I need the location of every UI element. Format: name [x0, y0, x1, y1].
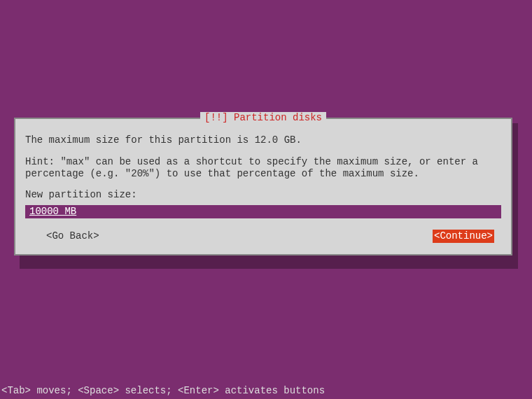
- dialog-title: [!!] Partition disks: [200, 112, 326, 123]
- partition-size-label: New partition size:: [25, 189, 501, 201]
- dialog-body: The maximum size for this partition is 1…: [25, 134, 501, 243]
- partition-dialog: [!!] Partition disks The maximum size fo…: [14, 118, 512, 255]
- partition-size-input[interactable]: 10000 MB: [25, 205, 501, 218]
- go-back-button[interactable]: <Go Back>: [46, 230, 99, 242]
- max-size-text: The maximum size for this partition is 1…: [25, 134, 501, 146]
- button-row: <Go Back> <Continue>: [25, 230, 501, 243]
- footer-help-text: <Tab> moves; <Space> selects; <Enter> ac…: [1, 385, 325, 396]
- dialog-wrapper: [!!] Partition disks The maximum size fo…: [14, 118, 518, 255]
- continue-button[interactable]: <Continue>: [433, 230, 494, 243]
- hint-text: Hint: "max" can be used as a shortcut to…: [25, 156, 501, 180]
